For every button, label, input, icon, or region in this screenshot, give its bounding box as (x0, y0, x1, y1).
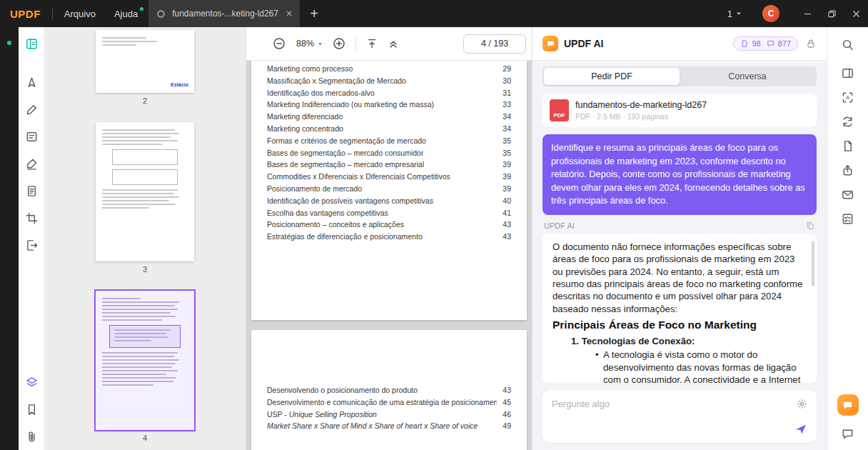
thumbnail-page-3[interactable]: 3 (96, 122, 194, 274)
close-icon (851, 9, 862, 19)
toc-entry: Massificação x Segmentação de Mercado30 (267, 76, 511, 89)
tab-close-icon[interactable]: ✕ (286, 9, 293, 19)
toc-entry: Identificação de possíveis vantagens com… (267, 196, 511, 209)
feedback-icon[interactable] (836, 423, 860, 444)
toc-entry: Posicionamento – conceitos e aplicações4… (267, 220, 511, 232)
thumbnail-page-2[interactable]: Estácio2 (96, 30, 194, 105)
minimize-icon (802, 9, 813, 19)
edit-tool-icon[interactable] (19, 126, 44, 147)
convert-icon[interactable] (836, 111, 860, 131)
restore-icon (827, 9, 837, 19)
zoom-in-button[interactable] (332, 36, 346, 51)
new-tab-button[interactable]: + (310, 6, 318, 22)
zoom-in-icon (332, 36, 346, 51)
thumbnails-panel: Estácio234 (44, 27, 246, 450)
bookmark-tool-icon[interactable] (19, 399, 44, 420)
zoom-dropdown-icon[interactable] (316, 39, 325, 49)
panel-toggle-icon[interactable] (836, 63, 860, 83)
toc-entry: Marketing concentrado34 (267, 124, 511, 136)
chat-credit-count: 877 (778, 39, 791, 48)
zoom-out-button[interactable] (272, 36, 286, 51)
scroll-to-top-button[interactable] (365, 37, 378, 50)
search-icon[interactable] (836, 34, 860, 54)
divider (355, 37, 356, 50)
tab-count: 1 (727, 9, 732, 19)
menu-ajuda[interactable]: Ajuda (114, 9, 138, 19)
thumbnail-preview (96, 291, 194, 430)
ai-panel: UPDF AI 98 877 Pedir PDF Conversa PDF (532, 27, 827, 450)
ask-input-box[interactable] (542, 390, 817, 443)
right-toolbar: A (827, 27, 868, 450)
thumbnail-page-number: 4 (143, 434, 147, 442)
ai-panel-body: Pedir PDF Conversa PDF fundamentos-de-ma… (533, 61, 827, 450)
toc-entry: Estratégias de diferenciação e posiciona… (267, 232, 511, 244)
tab-conversa[interactable]: Conversa (680, 68, 815, 85)
email-icon[interactable] (836, 184, 860, 204)
crop-tool-icon[interactable] (19, 207, 44, 229)
scrollbar[interactable] (812, 241, 814, 286)
toc-entry: Market Share x Share of Mind x Share of … (267, 421, 511, 434)
ai-panel-title: UPDF AI (564, 38, 603, 49)
ai-mode-tabs: Pedir PDF Conversa (542, 66, 817, 86)
menu-arquivo[interactable]: Arquivo (64, 9, 96, 19)
layers-tool-icon[interactable] (19, 371, 44, 393)
sign-tool-icon[interactable] (19, 153, 44, 174)
attachment-tool-icon[interactable] (19, 426, 44, 447)
organize-pages-tool-icon[interactable] (19, 180, 44, 201)
pdf-viewer[interactable]: Marketing como processo29Massificação x … (246, 61, 532, 450)
file-name: fundamentos-de-marketing-ld267 (575, 100, 707, 110)
active-tool-indicator-strip (0, 27, 19, 450)
double-chevron-up-icon (387, 37, 400, 50)
ocr-icon[interactable]: A (836, 87, 860, 107)
previous-pages-button[interactable] (387, 37, 400, 50)
thumbnail-preview: Estácio (96, 30, 194, 93)
credits-badge[interactable]: 98 877 (733, 36, 798, 51)
zoom-out-icon (272, 36, 286, 51)
thumbnail-panel-icon[interactable] (19, 33, 44, 54)
highlighted-region (109, 325, 181, 348)
ai-response-card: O documento não fornece informações espe… (542, 234, 817, 383)
active-tool-dot (7, 41, 11, 45)
ask-input[interactable] (552, 399, 766, 409)
response-item: 1. Tecnologias de Conexão: (571, 335, 807, 347)
page-indicator-input[interactable]: 4 / 193 (463, 34, 526, 54)
thumbnail-page-4[interactable]: 4 (96, 291, 194, 442)
send-icon[interactable] (794, 422, 808, 436)
response-intro: O documento não fornece informações espe… (552, 241, 807, 316)
thumbnail-page-number: 3 (143, 265, 147, 274)
zoom-level[interactable]: 88% (296, 39, 314, 49)
response-heading: Principais Áreas de Foco no Marketing (552, 318, 807, 332)
close-button[interactable] (844, 0, 868, 27)
toc-entry: Marketing como processo29 (267, 64, 511, 76)
export-tool-icon[interactable] (19, 234, 44, 256)
updf-ai-logo-icon (542, 36, 558, 51)
tab-pedir-pdf[interactable]: Pedir PDF (544, 68, 680, 85)
toc-entry: Marketing diferenciado34 (267, 112, 511, 124)
updf-window: UPDF Arquivo Ajuda fundamentos-...keting… (0, 0, 868, 450)
toc-entry: Posicionamento de mercado39 (267, 184, 511, 196)
avatar[interactable]: C (762, 5, 779, 22)
restore-button[interactable] (819, 0, 844, 27)
comment-tool-icon[interactable] (19, 99, 44, 120)
chat-credit-icon (767, 39, 775, 48)
assistant-label: UPDF AI (544, 221, 575, 230)
updf-logo: UPDF (10, 8, 41, 20)
minimize-button[interactable] (795, 0, 819, 27)
updf-ai-assistant-icon[interactable] (837, 394, 859, 416)
divider (52, 9, 53, 19)
lock-icon[interactable] (805, 38, 817, 49)
pdf-file-icon: PDF (550, 99, 569, 121)
document-info-icon[interactable] (836, 136, 860, 156)
document-tab[interactable]: fundamentos-...keting-ld267 ✕ (148, 0, 300, 27)
chevron-down-icon (734, 9, 744, 19)
tab-count-dropdown[interactable]: 1 (727, 9, 744, 19)
idea-icon[interactable] (796, 398, 808, 410)
select-tool-icon[interactable] (19, 71, 44, 93)
toc-entry: Formas e critérios de segmentação de mer… (267, 136, 511, 149)
file-card[interactable]: PDF fundamentos-de-marketing-ld267 PDF ·… (542, 94, 817, 127)
form-icon[interactable] (836, 209, 860, 229)
share-icon[interactable] (836, 160, 860, 180)
left-toolbar (19, 27, 44, 450)
copy-icon[interactable] (805, 221, 815, 231)
toc-entry: USP - Unique Selling Proposition46 (267, 410, 511, 422)
